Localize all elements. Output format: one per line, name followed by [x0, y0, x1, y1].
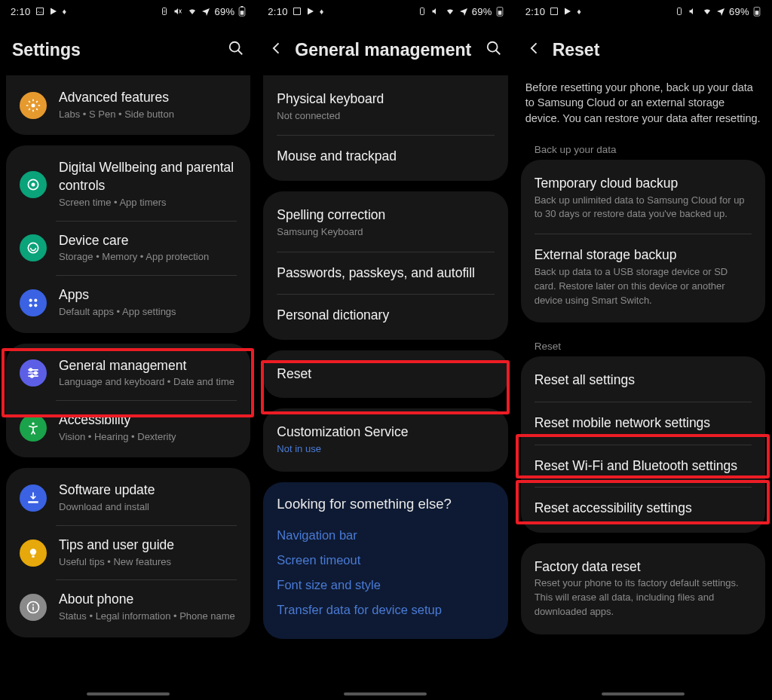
- battery-icon: [238, 6, 246, 17]
- info-icon: [20, 594, 47, 621]
- battery-icon: [496, 6, 504, 17]
- item-device-care[interactable]: Device care Storage • Memory • App prote…: [6, 222, 250, 275]
- section-reset: Reset: [521, 333, 765, 356]
- looking-for-title: Looking for something else?: [277, 496, 494, 512]
- svg-point-11: [29, 304, 32, 307]
- link-font-size[interactable]: Font size and style: [277, 573, 494, 598]
- svg-point-7: [32, 183, 35, 187]
- status-time: 2:10: [525, 6, 546, 17]
- section-backup: Back up your data: [521, 136, 765, 160]
- svg-point-25: [487, 42, 497, 52]
- back-button[interactable]: [527, 41, 542, 59]
- item-reset-mobile-network[interactable]: Reset mobile network settings: [521, 402, 765, 445]
- item-general-management[interactable]: General management Language and keyboard…: [6, 347, 250, 400]
- item-reset-all-settings[interactable]: Reset all settings: [521, 359, 765, 402]
- item-sub: Vision • Hearing • Dexterity: [59, 430, 237, 445]
- item-apps[interactable]: Apps Default apps • App settings: [6, 276, 250, 329]
- svg-rect-26: [678, 8, 682, 15]
- svg-rect-2: [240, 11, 244, 14]
- search-icon: [228, 40, 244, 57]
- play-icon: [49, 7, 58, 16]
- item-sub: Language and keyboard • Date and time: [59, 375, 237, 390]
- mute-icon: [430, 7, 441, 16]
- home-indicator[interactable]: [602, 692, 685, 695]
- item-title: Reset all settings: [535, 371, 752, 390]
- svg-rect-28: [755, 11, 759, 14]
- link-transfer-data[interactable]: Transfer data for device setup: [277, 598, 494, 622]
- status-time: 2:10: [268, 6, 288, 17]
- svg-point-17: [30, 549, 36, 555]
- item-sub: Samsung Keyboard: [277, 225, 494, 240]
- item-about-phone[interactable]: About phone Status • Legal information •…: [6, 580, 250, 634]
- item-reset[interactable]: Reset: [263, 353, 507, 396]
- settings-card: Software update Download and install Tip…: [6, 468, 250, 637]
- svg-point-20: [32, 604, 34, 606]
- gm-card-reset: Reset: [263, 350, 507, 399]
- page-title: General management: [295, 40, 474, 60]
- search-button[interactable]: [228, 40, 244, 60]
- item-personal-dictionary[interactable]: Personal dictionary: [263, 295, 507, 337]
- play-icon: [306, 7, 315, 16]
- item-title: General management: [59, 357, 237, 375]
- item-accessibility[interactable]: Accessibility Vision • Hearing • Dexteri…: [6, 401, 250, 454]
- battery-percent: 69%: [472, 6, 492, 17]
- airplane-icon: [716, 7, 725, 16]
- item-mouse-trackpad[interactable]: Mouse and trackpad: [263, 136, 507, 178]
- item-advanced-features[interactable]: Advanced features Labs • S Pen • Side bu…: [6, 78, 250, 132]
- svg-rect-3: [241, 6, 244, 8]
- item-title: Digital Wellbeing and parental controls: [59, 159, 237, 194]
- battery-saver-icon: [418, 7, 427, 16]
- chevron-left-icon: [527, 41, 542, 56]
- bulb-icon: ♦: [577, 7, 581, 16]
- item-reset-wifi-bluetooth[interactable]: Reset Wi-Fi and Bluetooth settings: [521, 445, 765, 488]
- item-passwords[interactable]: Passwords, passkeys, and autofill: [263, 252, 507, 295]
- item-tips[interactable]: Tips and user guide Useful tips • New fe…: [6, 526, 250, 579]
- item-title: Advanced features: [59, 89, 237, 107]
- item-title: Factory data reset: [535, 558, 752, 576]
- gm-card: Customization Service Not in use: [263, 408, 507, 471]
- svg-point-8: [28, 243, 38, 253]
- item-software-update[interactable]: Software update Download and install: [6, 471, 250, 524]
- item-external-storage-backup[interactable]: External storage backup Back up data to …: [521, 234, 765, 319]
- reset-list: Back up your data Temporary cloud backup…: [515, 136, 771, 660]
- item-title: Reset accessibility settings: [535, 500, 752, 518]
- status-bar: 2:10 ♦ 69%: [515, 0, 771, 23]
- chevron-left-icon: [269, 41, 284, 56]
- accessibility-icon: [20, 414, 47, 442]
- home-indicator[interactable]: [344, 692, 427, 695]
- item-sub: Reset your phone to its factory default …: [535, 576, 752, 619]
- battery-saver-icon: [675, 7, 684, 16]
- link-screen-timeout[interactable]: Screen timeout: [277, 548, 494, 573]
- item-spelling-correction[interactable]: Spelling correction Samsung Keyboard: [263, 194, 507, 251]
- reset-description: Before resetting your phone, back up you…: [515, 77, 771, 136]
- three-phone-layout: 2:10 ♦ 69% Settings: [0, 0, 772, 700]
- link-navigation-bar[interactable]: Navigation bar: [277, 523, 494, 548]
- airplane-icon: [459, 7, 468, 16]
- item-digital-wellbeing[interactable]: Digital Wellbeing and parental controls …: [6, 148, 250, 220]
- wifi-icon: [187, 7, 198, 16]
- airplane-icon: [201, 7, 210, 16]
- item-reset-accessibility[interactable]: Reset accessibility settings: [521, 488, 765, 530]
- item-sub: Useful tips • New features: [59, 555, 237, 570]
- phone-general-management: 2:10 ♦ 69% General management: [257, 0, 514, 700]
- gallery-icon: [293, 7, 302, 16]
- item-temporary-cloud-backup[interactable]: Temporary cloud backup Back up unlimited…: [521, 163, 765, 234]
- status-time: 2:10: [11, 6, 31, 17]
- gm-card: Physical keyboard Not connected Mouse an…: [263, 75, 507, 181]
- status-bar: 2:10 ♦ 69%: [0, 0, 256, 23]
- search-button[interactable]: [486, 40, 502, 60]
- gm-list: Physical keyboard Not connected Mouse an…: [257, 75, 513, 665]
- item-title: About phone: [59, 591, 237, 609]
- item-factory-data-reset[interactable]: Factory data reset Reset your phone to i…: [521, 546, 765, 631]
- back-button[interactable]: [269, 41, 284, 59]
- device-care-icon: [20, 234, 47, 261]
- item-physical-keyboard[interactable]: Physical keyboard Not connected: [263, 78, 507, 135]
- reset-card: Temporary cloud backup Back up unlimited…: [521, 160, 765, 322]
- svg-point-4: [230, 42, 240, 52]
- item-sub: Download and install: [59, 500, 237, 515]
- item-customization-service[interactable]: Customization Service Not in use: [263, 411, 507, 468]
- item-title: Physical keyboard: [277, 90, 494, 109]
- settings-card: General management Language and keyboard…: [6, 344, 250, 458]
- item-title: Reset: [277, 365, 494, 384]
- home-indicator[interactable]: [87, 692, 170, 695]
